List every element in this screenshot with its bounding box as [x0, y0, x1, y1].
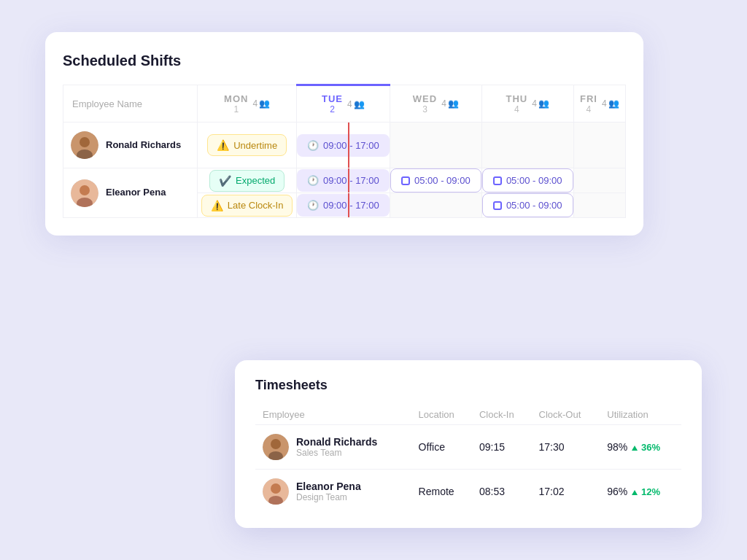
fri-header: FRI 4 4 👥	[573, 85, 625, 122]
timesheets-table: Employee Location Clock-In Clock-Out Uti…	[255, 405, 681, 513]
ts-eleanor-util-pct: 96%	[607, 486, 627, 497]
ts-location-col: Location	[411, 405, 472, 425]
clock-icon: 🕐	[307, 200, 319, 211]
ts-eleanor-row: Eleanor Pena Design Team Remote 08:53 17…	[255, 470, 681, 514]
ts-eleanor-name: Eleanor Pena	[296, 481, 361, 492]
eleanor-wed-row2-cell	[390, 193, 481, 218]
ronald-mon-cell: ⚠️ Undertime	[198, 122, 296, 168]
late-clockin-badge: ⚠️ Late Clock-In	[201, 195, 293, 217]
ronald-wed-cell	[390, 122, 481, 168]
ts-employee-col: Employee	[255, 405, 411, 425]
expected-badge: ✔️ Expected	[209, 170, 285, 192]
ts-ronald-util: 98% 36%	[600, 425, 681, 470]
eleanor-tue-row1-time: 🕐 09:00 - 17:00	[297, 169, 390, 192]
ronald-employee-cell: Ronald Richards	[63, 122, 198, 168]
ts-eleanor-clockin: 08:53	[472, 470, 532, 514]
ts-ronald-location: Office	[411, 425, 472, 470]
ts-ronald-util-change: 36%	[632, 442, 660, 453]
eleanor-fri-row2-cell	[573, 193, 625, 218]
ts-ronald-name: Ronald Richards	[296, 436, 377, 448]
svg-point-1	[80, 137, 90, 147]
wed-header: WED 3 4 👥	[390, 85, 481, 122]
clock-icon: 🕐	[307, 140, 319, 151]
ronald-tue-time: 🕐 09:00 - 17:00	[297, 134, 390, 157]
ts-eleanor-clockout: 17:02	[532, 470, 600, 514]
ts-eleanor-util: 96% 12%	[600, 470, 681, 514]
square-icon	[401, 176, 410, 185]
ts-eleanor-util-change: 12%	[632, 486, 660, 497]
timesheets-title: Timesheets	[255, 378, 681, 393]
ts-util-col: Utilization	[600, 405, 681, 425]
tue-header: TUE 2 4 👥	[296, 85, 390, 122]
ts-ronald-clockout: 17:30	[532, 425, 600, 470]
eleanor-tue-row1-cell: 🕐 09:00 - 17:00	[296, 168, 390, 193]
eleanor-wed-row1-time: 05:00 - 09:00	[390, 168, 481, 192]
ronald-thu-cell	[481, 122, 573, 168]
eleanor-tue-row2-time: 🕐 09:00 - 17:00	[297, 194, 390, 217]
ronald-tue-cell: 🕐 09:00 - 17:00	[296, 122, 390, 168]
eleanor-tue-row2-cell: 🕐 09:00 - 17:00	[296, 193, 390, 218]
ronald-avatar	[71, 131, 98, 159]
up-arrow-icon	[632, 446, 638, 451]
mon-header: MON 1 4 👥	[198, 85, 296, 122]
ts-ronald-avatar	[263, 434, 289, 460]
ronald-name: Ronald Richards	[106, 139, 181, 152]
up-arrow-icon	[632, 490, 638, 495]
timesheets-card: Timesheets Employee Location Clock-In Cl…	[235, 360, 702, 528]
eleanor-employee-cell: Eleanor Pena	[63, 168, 198, 218]
ronald-fri-cell	[573, 122, 625, 168]
ts-clockin-col: Clock-In	[472, 405, 532, 425]
ts-eleanor-emp-cell: Eleanor Pena Design Team	[255, 470, 411, 514]
eleanor-fri-row1-cell	[573, 168, 625, 193]
ts-ronald-row: Ronald Richards Sales Team Office 09:15 …	[255, 425, 681, 470]
ts-eleanor-avatar	[263, 478, 289, 505]
eleanor-avatar	[71, 179, 98, 207]
check-icon: ✔️	[219, 175, 231, 187]
eleanor-wed-row1-cell: 05:00 - 09:00	[390, 168, 481, 193]
scheduled-shifts-card: Scheduled Shifts Employee Name MON 1	[45, 32, 643, 236]
eleanor-thu-row1-time: 05:00 - 09:00	[482, 168, 573, 192]
ts-ronald-team: Sales Team	[296, 448, 377, 458]
scheduled-title: Scheduled Shifts	[63, 52, 626, 69]
employee-col-header: Employee Name	[63, 85, 198, 122]
ts-eleanor-team: Design Team	[296, 492, 361, 502]
ts-ronald-clockin: 09:15	[472, 425, 532, 470]
warn-icon: ⚠️	[217, 139, 229, 151]
undertime-badge: ⚠️ Undertime	[207, 134, 287, 156]
eleanor-thu-row1-cell: 05:00 - 09:00	[481, 168, 573, 193]
thu-header: THU 4 4 👥	[481, 85, 573, 122]
clock-icon: 🕐	[307, 175, 319, 186]
ts-ronald-util-pct: 98%	[607, 441, 627, 453]
svg-point-7	[271, 439, 281, 449]
square-icon	[493, 201, 502, 210]
schedule-table: Employee Name MON 1 4 👥	[63, 84, 626, 218]
warn-icon: ⚠️	[211, 200, 223, 211]
eleanor-mon-row2-cell: ⚠️ Late Clock-In	[198, 193, 296, 218]
ts-ronald-emp-cell: Ronald Richards Sales Team	[255, 425, 411, 470]
square-icon	[493, 176, 502, 185]
eleanor-name: Eleanor Pena	[106, 187, 166, 199]
ts-clockout-col: Clock-Out	[532, 405, 600, 425]
eleanor-mon-row1-cell: ✔️ Expected	[198, 168, 296, 193]
eleanor-thu-row2-cell: 05:00 - 09:00	[481, 193, 573, 218]
eleanor-thu-row2-time: 05:00 - 09:00	[482, 193, 573, 217]
svg-point-4	[80, 185, 90, 195]
ts-eleanor-location: Remote	[411, 470, 472, 514]
svg-point-10	[271, 483, 281, 494]
